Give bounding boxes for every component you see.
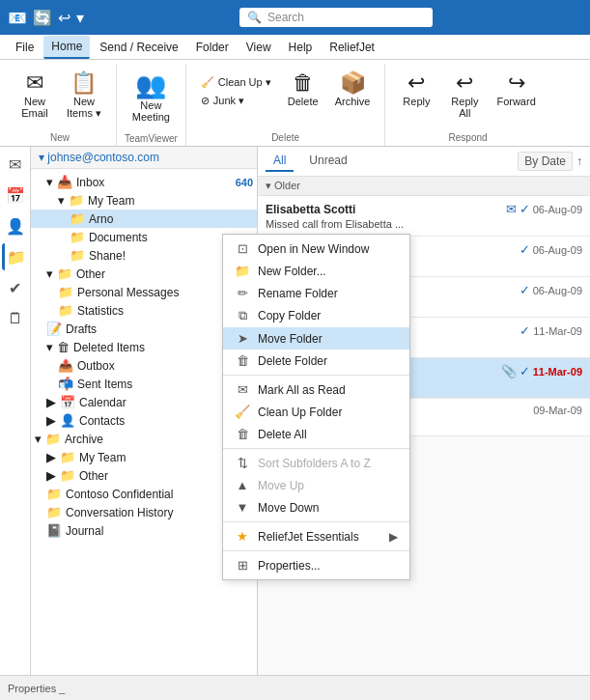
- reply-all-icon: ↩: [456, 72, 473, 94]
- email-sender-1: Elisabetta Scotti: [266, 203, 355, 216]
- other-arch-label: Other: [79, 469, 108, 483]
- reply-button[interactable]: ↩ Reply: [393, 68, 439, 112]
- ctx-mark-label: Mark All as Read: [258, 383, 346, 397]
- delete-icon: 🗑: [293, 72, 314, 94]
- menu-help[interactable]: Help: [281, 37, 321, 58]
- refresh-icon[interactable]: 🔄: [33, 9, 52, 27]
- forward-button[interactable]: ↪ Forward: [490, 68, 542, 112]
- folder-inbox[interactable]: ▾ 📥 Inbox 640: [31, 173, 257, 191]
- ctx-mark-icon: ✉: [235, 382, 250, 397]
- nav-folders[interactable]: 📁: [2, 243, 29, 270]
- ctx-properties[interactable]: ⊞ Properties...: [223, 554, 409, 576]
- sort-direction-icon[interactable]: ↑: [576, 154, 582, 168]
- menu-view[interactable]: View: [239, 37, 279, 58]
- menu-folder[interactable]: Folder: [188, 37, 237, 58]
- ctx-reliefjet[interactable]: ★ ReliefJet Essentials ▶: [223, 525, 409, 547]
- ctx-copy-label: Copy Folder: [258, 309, 321, 322]
- nav-notes[interactable]: 🗒: [2, 305, 29, 332]
- shane-icon: 📁: [70, 248, 85, 263]
- ctx-reliefjet-arrow: ▶: [389, 530, 398, 544]
- ctx-sort-label: Sort Subfolders A to Z: [258, 457, 371, 470]
- email-date-2: 06-Aug-09: [533, 244, 582, 256]
- forward-label: Forward: [496, 96, 535, 107]
- context-menu: ⊡ Open in New Window 📁 New Folder... ✏ R…: [222, 234, 410, 580]
- ctx-rename-label: Rename Folder: [258, 287, 338, 300]
- account-header[interactable]: ▾ johnse@contoso.com: [31, 147, 257, 169]
- cleanup-button[interactable]: 🧹 Clean Up ▾: [194, 73, 278, 92]
- new-items-button[interactable]: 📋 NewItems ▾: [60, 68, 108, 125]
- sent-label: Sent Items: [77, 378, 132, 391]
- conv-icon: 📁: [46, 505, 62, 519]
- search-box[interactable]: 🔍 Search: [239, 8, 433, 27]
- archive-icon: 📁: [45, 432, 61, 446]
- ctx-delete-icon: 🗑: [235, 353, 250, 368]
- email-date-1: 06-Aug-09: [533, 204, 582, 215]
- statistics-icon: 📁: [58, 303, 73, 318]
- inbox-expand-icon: ▾: [46, 175, 53, 189]
- title-bar: 📧 🔄 ↩ ▾ 🔍 Search: [0, 0, 590, 35]
- nav-people[interactable]: 👤: [2, 212, 29, 239]
- ctx-cleanup-label: Clean Up Folder: [258, 406, 342, 419]
- ctx-move-down[interactable]: ▼ Move Down: [223, 496, 409, 518]
- nav-tasks[interactable]: ✔: [2, 274, 29, 301]
- ctx-cleanup-icon: 🧹: [235, 405, 250, 419]
- drafts-icon: 📝: [46, 322, 62, 336]
- quick-access-icon[interactable]: ▾: [76, 9, 84, 27]
- reply-all-label: ReplyAll: [451, 96, 478, 119]
- archive-icon: 📦: [340, 72, 366, 94]
- arno-label: Arno: [89, 212, 113, 226]
- ctx-sort-icon: ⇅: [235, 456, 250, 470]
- menu-file[interactable]: File: [8, 37, 42, 58]
- ctx-properties-icon: ⊞: [235, 558, 250, 573]
- tab-all[interactable]: All: [266, 151, 294, 172]
- menu-home[interactable]: Home: [43, 36, 90, 59]
- menu-reliefjet[interactable]: ReliefJet: [322, 37, 382, 58]
- junk-button[interactable]: ⊘ Junk ▾: [194, 92, 278, 110]
- new-items-icon: 📋: [70, 72, 97, 94]
- ctx-sep-2: [223, 448, 409, 449]
- menu-send-receive[interactable]: Send / Receive: [92, 37, 185, 58]
- cleanup-icon: 🧹: [201, 76, 214, 89]
- ctx-rename-folder[interactable]: ✏ Rename Folder: [223, 282, 409, 304]
- ctx-new-folder[interactable]: 📁 New Folder...: [223, 260, 409, 282]
- nav-mail[interactable]: ✉: [2, 151, 29, 178]
- arno-icon: 📁: [70, 211, 85, 226]
- email-check-icon-1: ✓: [520, 202, 530, 216]
- forward-icon: ↪: [508, 72, 525, 94]
- ctx-delete-all[interactable]: 🗑 Delete All: [223, 423, 409, 445]
- ctx-delete-folder[interactable]: 🗑 Delete Folder: [223, 350, 409, 372]
- sort-by-date[interactable]: By Date: [518, 152, 573, 171]
- ctx-properties-label: Properties...: [258, 559, 321, 573]
- ctx-sep-1: [223, 375, 409, 376]
- ribbon-group-respond-label: Respond: [449, 130, 488, 146]
- main-area: ✉ 📅 👤 📁 ✔ 🗒 ▾ johnse@contoso.com ▾ 📥 Inb…: [0, 147, 590, 675]
- folder-arno[interactable]: 📁 Arno: [31, 210, 257, 228]
- archive-button[interactable]: 📦 Archive: [328, 68, 378, 112]
- email-date-3: 06-Aug-09: [533, 285, 582, 296]
- ribbon-group-delete: 🧹 Clean Up ▾ ⊘ Junk ▾ 🗑 Delete 📦 Archive…: [186, 64, 386, 146]
- deleted-label: Deleted Items: [73, 341, 145, 354]
- folder-my-team[interactable]: ▾ 📁 My Team: [31, 191, 257, 210]
- my-team-icon: 📁: [69, 193, 84, 208]
- ctx-move-folder[interactable]: ➤ Move Folder: [223, 327, 409, 350]
- email-date-6: 09-Mar-09: [533, 405, 582, 416]
- documents-icon: 📁: [70, 230, 85, 244]
- email-item-1[interactable]: Elisabetta Scotti ✉ ✓ 06-Aug-09 Missed c…: [258, 196, 590, 237]
- delete-button[interactable]: 🗑 Delete: [280, 68, 326, 112]
- ctx-copy-folder[interactable]: ⧉ Copy Folder: [223, 304, 409, 327]
- reply-all-button[interactable]: ↩ ReplyAll: [441, 68, 488, 124]
- archive-label: Archive: [335, 96, 371, 107]
- search-input[interactable]: Search: [267, 11, 304, 24]
- my-team-label: My Team: [88, 194, 134, 208]
- outbox-label: Outbox: [77, 359, 115, 373]
- ctx-open-new-window[interactable]: ⊡ Open in New Window: [223, 238, 409, 260]
- new-meeting-button[interactable]: 👥 NewMeeting: [126, 68, 177, 127]
- nav-calendar[interactable]: 📅: [2, 182, 29, 209]
- email-check-icon-4: ✓: [520, 323, 530, 338]
- undo-icon[interactable]: ↩: [58, 9, 70, 27]
- junk-icon: ⊘: [201, 95, 210, 107]
- tab-unread[interactable]: Unread: [301, 151, 354, 172]
- ctx-mark-all-read[interactable]: ✉ Mark All as Read: [223, 378, 409, 401]
- ctx-clean-up-folder[interactable]: 🧹 Clean Up Folder: [223, 401, 409, 423]
- new-email-button[interactable]: ✉ NewEmail: [12, 68, 58, 124]
